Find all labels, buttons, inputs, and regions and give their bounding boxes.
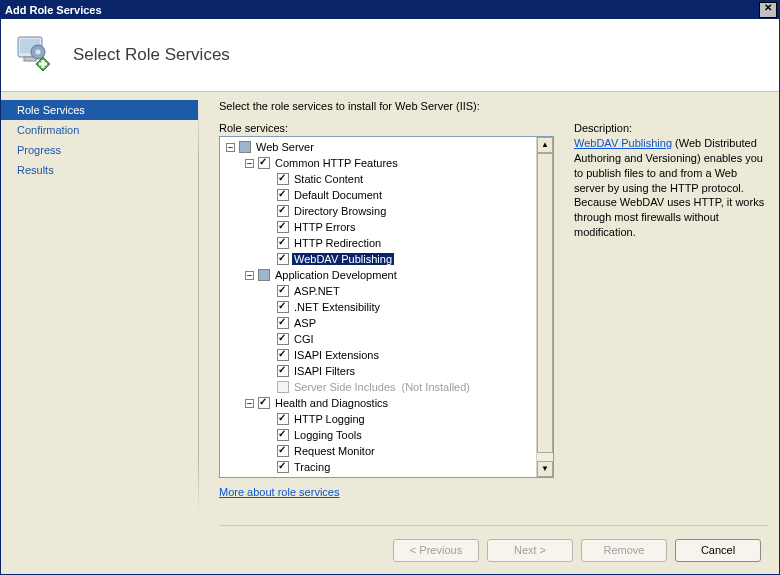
tree-row[interactable]: ASP [220, 315, 537, 331]
tree-node-label[interactable]: Server Side Includes [292, 381, 398, 393]
tree-checkbox[interactable] [258, 157, 270, 169]
tree-node-label[interactable]: .NET Extensibility [292, 301, 382, 313]
sidebar-item-role-services[interactable]: Role Services [1, 100, 198, 120]
tree-checkbox[interactable] [258, 397, 270, 409]
tree-node-label[interactable]: Static Content [292, 173, 365, 185]
tree-node-extra: (Not Installed) [402, 381, 470, 393]
tree-checkbox[interactable] [277, 333, 289, 345]
titlebar: Add Role Services ✕ [1, 1, 779, 19]
tree-checkbox[interactable] [277, 221, 289, 233]
description-label: Description: [574, 122, 769, 134]
tree-row[interactable]: Request Monitor [220, 443, 537, 459]
tree-checkbox[interactable] [277, 349, 289, 361]
tree-node-label[interactable]: HTTP Redirection [292, 237, 383, 249]
tree-node-label[interactable]: ISAPI Filters [292, 365, 357, 377]
tree-row[interactable]: Directory Browsing [220, 203, 537, 219]
sidebar: Role Services Confirmation Progress Resu… [1, 92, 198, 526]
tree-row[interactable]: −Web Server [220, 139, 537, 155]
tree-checkbox[interactable] [277, 253, 289, 265]
tree-node-label[interactable]: Web Server [254, 141, 316, 153]
tree-node-label[interactable]: Directory Browsing [292, 205, 388, 217]
tree-node-label[interactable]: HTTP Errors [292, 221, 358, 233]
tree-row[interactable]: Server Side Includes(Not Installed) [220, 379, 537, 395]
tree-checkbox[interactable] [277, 413, 289, 425]
scroll-thumb[interactable] [537, 153, 553, 453]
role-services-tree[interactable]: −Web Server−Common HTTP FeaturesStatic C… [219, 136, 554, 478]
wizard-window: Add Role Services ✕ Select Role Services… [0, 0, 780, 575]
tree-checkbox[interactable] [277, 365, 289, 377]
tree-row[interactable]: Static Content [220, 171, 537, 187]
instruction-text: Select the role services to install for … [219, 100, 769, 112]
sidebar-item-confirmation[interactable]: Confirmation [1, 120, 198, 140]
tree-row[interactable]: −Application Development [220, 267, 537, 283]
tree-checkbox[interactable] [277, 173, 289, 185]
tree-checkbox[interactable] [277, 205, 289, 217]
tree-row[interactable]: ISAPI Extensions [220, 347, 537, 363]
header-title: Select Role Services [73, 45, 230, 65]
body: Role Services Confirmation Progress Resu… [1, 92, 779, 526]
sidebar-item-progress[interactable]: Progress [1, 140, 198, 160]
tree-row[interactable]: HTTP Logging [220, 411, 537, 427]
tree-checkbox[interactable] [277, 317, 289, 329]
tree-row[interactable]: CGI [220, 331, 537, 347]
tree-scrollbar[interactable]: ▲ ▼ [536, 137, 553, 477]
tree-checkbox[interactable] [258, 269, 270, 281]
tree-node-label[interactable]: Application Development [273, 269, 399, 281]
tree-row[interactable]: −Health and Diagnostics [220, 395, 537, 411]
tree-checkbox[interactable] [277, 189, 289, 201]
button-bar: < Previous Next > Remove Cancel [1, 526, 779, 574]
tree-checkbox[interactable] [277, 285, 289, 297]
tree-checkbox[interactable] [277, 445, 289, 457]
tree-node-label[interactable]: Common HTTP Features [273, 157, 400, 169]
scroll-down-button[interactable]: ▼ [537, 461, 553, 477]
svg-rect-6 [39, 63, 47, 66]
tree-toggle-icon[interactable]: − [245, 271, 254, 280]
tree-label: Role services: [219, 122, 554, 134]
tree-row[interactable]: HTTP Errors [220, 219, 537, 235]
tree-node-label[interactable]: ASP.NET [292, 285, 342, 297]
tree-row[interactable]: WebDAV Publishing [220, 251, 537, 267]
tree-row[interactable]: Default Document [220, 187, 537, 203]
close-button[interactable]: ✕ [759, 2, 777, 18]
header: Select Role Services [1, 19, 779, 92]
tree-node-label[interactable]: WebDAV Publishing [292, 253, 394, 265]
tree-row[interactable]: ASP.NET [220, 283, 537, 299]
tree-row[interactable]: ISAPI Filters [220, 363, 537, 379]
main-pane: Select the role services to install for … [199, 92, 779, 526]
svg-point-4 [36, 50, 41, 55]
tree-toggle-icon[interactable]: − [245, 399, 254, 408]
tree-node-label[interactable]: Health and Diagnostics [273, 397, 390, 409]
more-about-link[interactable]: More about role services [219, 486, 554, 498]
tree-checkbox[interactable] [239, 141, 251, 153]
window-title: Add Role Services [5, 4, 102, 16]
previous-button[interactable]: < Previous [393, 539, 479, 562]
next-button[interactable]: Next > [487, 539, 573, 562]
tree-checkbox[interactable] [277, 301, 289, 313]
tree-node-label[interactable]: HTTP Logging [292, 413, 367, 425]
tree-checkbox[interactable] [277, 237, 289, 249]
tree-row[interactable]: .NET Extensibility [220, 299, 537, 315]
wizard-icon [15, 35, 53, 75]
description-text: WebDAV Publishing (Web Distributed Autho… [574, 136, 769, 240]
tree-toggle-icon[interactable]: − [226, 143, 235, 152]
tree-row[interactable]: Logging Tools [220, 427, 537, 443]
scroll-up-button[interactable]: ▲ [537, 137, 553, 153]
description-link[interactable]: WebDAV Publishing [574, 137, 672, 149]
tree-node-label[interactable]: CGI [292, 333, 316, 345]
tree-row[interactable]: HTTP Redirection [220, 235, 537, 251]
tree-node-label[interactable]: ISAPI Extensions [292, 349, 381, 361]
tree-node-label[interactable]: Default Document [292, 189, 384, 201]
tree-node-label[interactable]: Tracing [292, 461, 332, 473]
cancel-button[interactable]: Cancel [675, 539, 761, 562]
tree-row[interactable]: Tracing [220, 459, 537, 475]
tree-checkbox [277, 381, 289, 393]
tree-toggle-icon[interactable]: − [245, 159, 254, 168]
remove-button[interactable]: Remove [581, 539, 667, 562]
tree-node-label[interactable]: ASP [292, 317, 318, 329]
tree-node-label[interactable]: Request Monitor [292, 445, 377, 457]
tree-node-label[interactable]: Logging Tools [292, 429, 364, 441]
tree-checkbox[interactable] [277, 461, 289, 473]
sidebar-item-results[interactable]: Results [1, 160, 198, 180]
tree-row[interactable]: −Common HTTP Features [220, 155, 537, 171]
tree-checkbox[interactable] [277, 429, 289, 441]
